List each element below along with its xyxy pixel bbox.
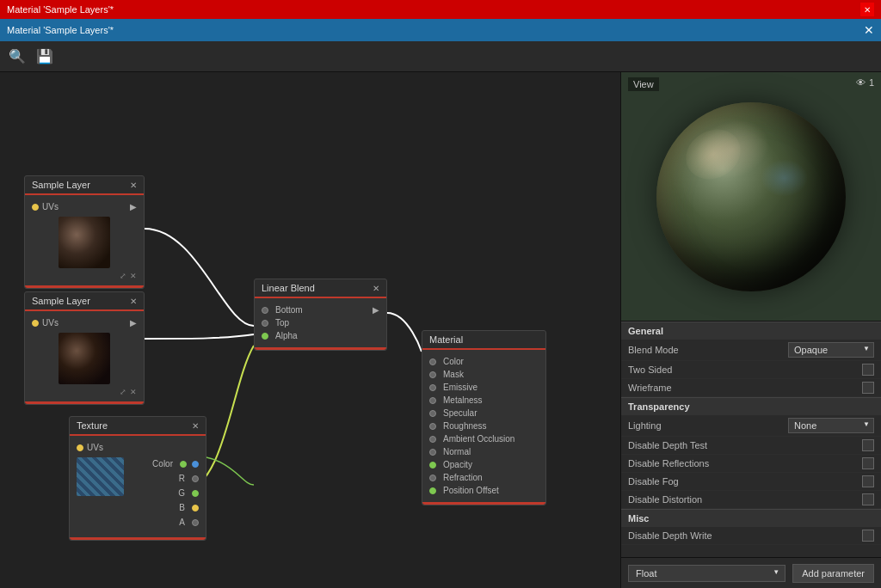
- port-mat-metalness: Metalness: [429, 394, 539, 407]
- prop-disable-fog-checkbox[interactable]: [862, 475, 874, 487]
- port-mat-mask-dot: [429, 371, 436, 378]
- node-linear-blend-close[interactable]: ✕: [373, 284, 379, 293]
- port-mat-color-dot: [429, 358, 436, 365]
- node-sample-layer-1-body: UVs ▶ ⤢ ✕: [25, 195, 144, 285]
- prop-lighting-label: Lighting: [628, 420, 788, 431]
- prop-disable-depth-test-checkbox[interactable]: [862, 439, 874, 451]
- port-top-label: Top: [275, 318, 289, 328]
- port-mat-emissive-dot: [429, 384, 436, 391]
- prop-blend-mode-label: Blend Mode: [628, 345, 788, 355]
- prop-disable-depth-write: Disable Depth Write: [621, 527, 881, 545]
- port-mat-opacity: Opacity: [429, 458, 539, 471]
- menu-bar: Material 'Sample Layers'* ✕: [0, 19, 881, 41]
- node-texture-body: UVs Color R: [70, 436, 206, 537]
- port-out-2: ▶: [130, 318, 137, 328]
- port-a-dot: [192, 519, 199, 526]
- node-s1-icon-move[interactable]: ⤢: [120, 272, 126, 280]
- node-sample-layer-1[interactable]: Sample Layer ✕ UVs ▶ ⤢ ✕: [24, 175, 145, 289]
- add-parameter-button[interactable]: Add parameter: [792, 564, 874, 583]
- sphere-container: [621, 72, 881, 321]
- port-row-uvs-2: UVs ▶: [32, 316, 137, 329]
- port-mat-roughness: Roughness: [429, 420, 539, 432]
- port-mat-specular-dot: [429, 410, 436, 417]
- title-close-button[interactable]: ✕: [860, 3, 874, 16]
- section-misc: Misc: [621, 509, 881, 527]
- type-dropdown-arrow: ▼: [773, 568, 779, 576]
- prop-disable-fog-label: Disable Fog: [628, 476, 862, 487]
- port-mat-color: Color: [429, 355, 539, 368]
- port-uvs-2-dot: [32, 320, 39, 327]
- menu-close-button[interactable]: ✕: [864, 23, 874, 37]
- port-row-tex-uvs: UVs: [77, 441, 199, 454]
- prop-disable-fog: Disable Fog: [621, 473, 881, 491]
- port-mat-position: Position Offset: [429, 484, 539, 497]
- prop-disable-depth-test-label: Disable Depth Test: [628, 440, 862, 450]
- port-tex-uvs-dot: [77, 444, 83, 451]
- port-color-label: Color: [152, 459, 173, 469]
- node-sample-layer-2[interactable]: Sample Layer ✕ UVs ▶ ⤢ ✕: [24, 291, 145, 405]
- port-r-dot: [192, 475, 199, 482]
- prop-disable-reflections-label: Disable Reflections: [628, 458, 862, 469]
- blend-mode-dropdown[interactable]: Opaque ▼: [788, 342, 874, 358]
- prop-wireframe-label: Wrieframe: [628, 383, 862, 393]
- prop-wireframe-checkbox[interactable]: [862, 382, 874, 394]
- prop-blend-mode-value[interactable]: Opaque ▼: [788, 342, 874, 358]
- node-linear-blend-header: Linear Blend ✕: [255, 279, 386, 298]
- port-mat-refraction-dot: [429, 475, 436, 481]
- node-s2-icon-close[interactable]: ✕: [130, 388, 137, 396]
- node-sample-layer-2-close[interactable]: ✕: [130, 297, 137, 306]
- search-icon[interactable]: 🔍: [7, 46, 28, 67]
- blend-mode-arrow: ▼: [863, 345, 870, 352]
- node-texture-title: Texture: [77, 420, 108, 431]
- menu-bar-title: Material 'Sample Layers'*: [7, 25, 114, 35]
- node-sample-layer-1-close[interactable]: ✕: [130, 181, 137, 190]
- preview-icon: 👁: [856, 77, 866, 88]
- port-alpha-label: Alpha: [275, 331, 298, 340]
- prop-disable-distortion-checkbox[interactable]: [862, 493, 874, 505]
- prop-lighting-value[interactable]: None ▼: [788, 418, 874, 433]
- main-area: Sample Layer ✕ UVs ▶ ⤢ ✕ Sample Layer: [0, 72, 881, 588]
- node-sample-layer-1-footer: [25, 285, 144, 288]
- port-b-label: B: [179, 503, 185, 512]
- port-a-label: A: [179, 518, 185, 527]
- prop-disable-depth-write-label: Disable Depth Write: [628, 530, 862, 541]
- port-row-color: Color: [152, 457, 199, 470]
- node-linear-blend-title: Linear Blend: [262, 283, 315, 293]
- node-s1-icon-close[interactable]: ✕: [130, 272, 137, 280]
- port-mat-roughness-dot: [429, 423, 436, 430]
- node-material-header: Material: [422, 331, 545, 350]
- prop-disable-reflections-checkbox[interactable]: [862, 457, 874, 469]
- port-mat-mask: Mask: [429, 368, 539, 381]
- node-material-body: Color Mask Emissive Metalness Specular R…: [422, 350, 545, 502]
- prop-disable-depth-test: Disable Depth Test: [621, 437, 881, 455]
- port-out-1: ▶: [130, 202, 137, 211]
- save-icon[interactable]: 💾: [34, 46, 55, 67]
- type-dropdown[interactable]: Float ▼: [628, 565, 786, 582]
- port-color-blue-dot: [192, 461, 199, 468]
- toolbar: 🔍 💾: [0, 41, 881, 72]
- prop-blend-mode: Blend Mode Opaque ▼: [621, 340, 881, 361]
- node-editor[interactable]: Sample Layer ✕ UVs ▶ ⤢ ✕ Sample Layer: [0, 72, 621, 588]
- bottom-bar: Float ▼ Add parameter: [621, 557, 881, 588]
- texture-thumbnail: [77, 457, 124, 496]
- port-mat-refraction: Refraction: [429, 471, 539, 484]
- sphere-highlight: [677, 119, 750, 189]
- node-material[interactable]: Material Color Mask Emissive Metalness S…: [422, 330, 546, 505]
- port-mat-specular: Specular: [429, 407, 539, 420]
- node-texture-close[interactable]: ✕: [192, 421, 199, 431]
- port-row-r: R: [179, 472, 199, 485]
- lighting-dropdown[interactable]: None ▼: [788, 418, 874, 433]
- prop-two-sided-checkbox[interactable]: [862, 364, 874, 376]
- prop-lighting: Lighting None ▼: [621, 415, 881, 437]
- node-texture[interactable]: Texture ✕ UVs Color: [69, 416, 206, 541]
- node-linear-blend[interactable]: Linear Blend ✕ Bottom ▶ Top Alpha: [254, 279, 387, 351]
- port-mat-opacity-dot: [429, 462, 436, 469]
- port-bottom-label: Bottom: [275, 305, 369, 315]
- prop-disable-distortion-label: Disable Distortion: [628, 494, 862, 505]
- prop-disable-depth-write-checkbox[interactable]: [862, 530, 874, 542]
- node-sample-layer-2-title: Sample Layer: [32, 296, 90, 306]
- node-s2-icon-move[interactable]: ⤢: [120, 388, 126, 396]
- section-transparency: Transparency: [621, 397, 881, 415]
- port-mat-normal: Normal: [429, 445, 539, 458]
- port-tex-uvs-label: UVs: [87, 443, 103, 452]
